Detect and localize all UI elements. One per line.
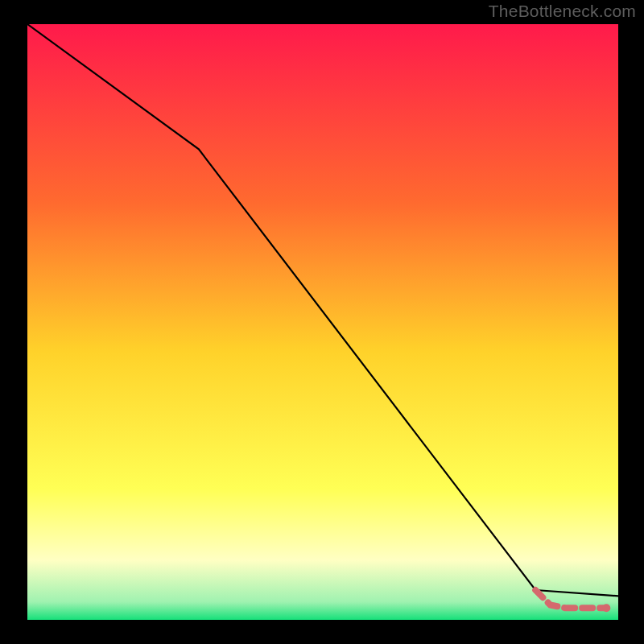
chart-frame: TheBottleneck.com [0, 0, 644, 644]
watermark-text: TheBottleneck.com [489, 2, 636, 21]
gradient-background [27, 24, 618, 620]
plot-area [27, 24, 618, 620]
chart-svg [27, 24, 618, 620]
optimal-range-dot-icon [602, 604, 610, 612]
